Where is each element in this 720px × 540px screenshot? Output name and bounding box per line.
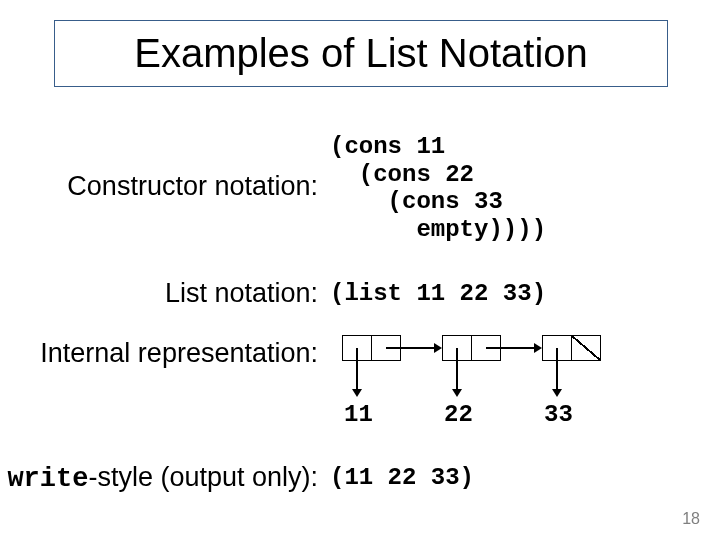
label-write-suffix: -style (output only): [88,462,318,492]
arrow-down-3 [556,348,558,390]
code-write: (11 22 33) [330,464,474,492]
diagram-value-2: 22 [444,401,473,428]
row-write: write-style (output only): (11 22 33) [0,462,474,494]
code-constructor: (cons 11 (cons 22 (cons 33 empty)))) [330,133,546,243]
slide-title: Examples of List Notation [134,31,588,75]
label-internal: Internal representation: [0,338,330,369]
row-constructor: Constructor notation: (cons 11 (cons 22 … [0,133,546,243]
cons-cell-3-cdr-empty [571,335,601,361]
label-write-mono: write [7,464,88,494]
arrow-right-2 [486,347,535,349]
row-list: List notation: (list 11 22 33) [0,278,546,309]
row-internal: Internal representation: [0,338,330,369]
arrow-right-1 [386,347,435,349]
arrowhead-right-1 [434,343,442,353]
arrow-down-2 [456,348,458,390]
arrowhead-down-3 [552,389,562,397]
arrow-down-1 [356,348,358,390]
diagram-value-1: 11 [344,401,373,428]
arrowhead-right-2 [534,343,542,353]
label-write: write-style (output only): [0,462,330,494]
page-number: 18 [682,510,700,528]
slide-title-box: Examples of List Notation [54,20,668,87]
arrowhead-down-2 [452,389,462,397]
label-list: List notation: [0,278,330,309]
arrowhead-down-1 [352,389,362,397]
label-constructor: Constructor notation: [0,133,330,202]
code-list: (list 11 22 33) [330,280,546,308]
diagram-value-3: 33 [544,401,573,428]
